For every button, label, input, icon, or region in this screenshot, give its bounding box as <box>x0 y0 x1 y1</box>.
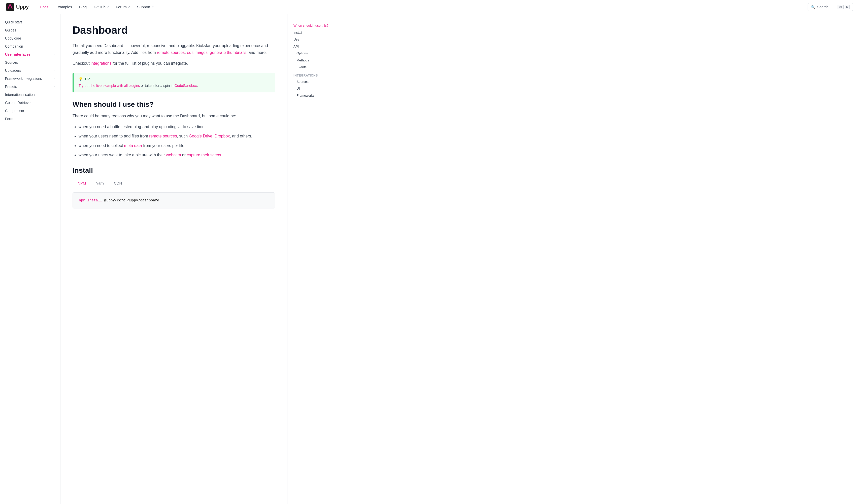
search-kbd-k: K <box>845 5 850 9</box>
when-heading: When should I use this? <box>73 101 275 108</box>
sidebar-item-internationalisation[interactable]: Internationalisation <box>0 91 60 99</box>
toc-item-methods[interactable]: Methods <box>291 57 338 64</box>
remote-sources-link[interactable]: remote sources <box>157 50 185 55</box>
toc-item-frameworks[interactable]: Frameworks <box>291 92 338 99</box>
sidebar-item-label: Guides <box>5 28 16 32</box>
list-item: when your users need to add files from r… <box>79 133 275 139</box>
uppy-logo-icon <box>6 3 14 11</box>
toc-item-ui[interactable]: UI <box>291 85 338 92</box>
sidebar-item-sources[interactable]: Sources › <box>0 58 60 66</box>
use-cases-list: when you need a battle tested plug-and-p… <box>73 123 275 158</box>
sidebar-item-label: User interfaces <box>5 52 30 56</box>
chevron-right-icon: › <box>54 52 55 56</box>
logo-text: Uppy <box>16 4 29 10</box>
toc-item-install[interactable]: Install <box>291 29 338 36</box>
sidebar-item-quick-start[interactable]: Quick start <box>0 18 60 26</box>
toc-item-when[interactable]: When should I use this? <box>291 22 338 29</box>
nav-docs[interactable]: Docs <box>37 3 51 11</box>
sidebar-item-presets[interactable]: Presets › <box>0 82 60 91</box>
sidebar: Quick start Guides Uppy core Companion U… <box>0 14 60 504</box>
sidebar-item-label: Uploaders <box>5 68 21 73</box>
codesandbox-link[interactable]: CodeSandbox <box>175 83 197 88</box>
toc-section-integrations: Integrations <box>291 71 338 78</box>
sidebar-item-user-interfaces[interactable]: User interfaces › <box>0 50 60 58</box>
toc-item-sources[interactable]: Sources <box>291 78 338 85</box>
meta-data-link[interactable]: meta data <box>124 143 142 148</box>
remote-sources-link-2[interactable]: remote sources <box>149 134 177 138</box>
search-icon: 🔍 <box>811 5 815 9</box>
capture-screen-link[interactable]: capture their screen <box>187 153 223 157</box>
code-command: npm install <box>79 198 102 202</box>
sidebar-item-label: Quick start <box>5 20 22 24</box>
search-kbd-cmd: ⌘ <box>838 5 844 9</box>
nav-github[interactable]: GitHub ↗ <box>91 3 112 11</box>
header: Uppy Docs Examples Blog GitHub ↗ Forum ↗… <box>0 0 859 14</box>
generate-thumbnails-link[interactable]: generate thumbnails <box>210 50 246 55</box>
code-block: npm install @uppy/core @uppy/dashboard <box>73 192 275 209</box>
table-of-contents: When should I use this? Install Use API … <box>287 14 343 504</box>
install-tabs: NPM Yarn CDN <box>73 179 275 188</box>
nav-blog[interactable]: Blog <box>76 3 90 11</box>
sidebar-item-uppy-core[interactable]: Uppy core <box>0 34 60 42</box>
sidebar-item-label: Form <box>5 117 13 121</box>
main-content: Dashboard The all you need Dashboard — p… <box>60 14 287 504</box>
tab-yarn[interactable]: Yarn <box>91 179 109 188</box>
nav-examples[interactable]: Examples <box>52 3 75 11</box>
logo[interactable]: Uppy <box>6 3 29 11</box>
lightbulb-icon: 💡 <box>79 77 82 81</box>
main-nav: Docs Examples Blog GitHub ↗ Forum ↗ Supp… <box>37 3 808 11</box>
sidebar-item-label: Golden Retriever <box>5 101 32 105</box>
sidebar-item-label: Internationalisation <box>5 93 35 97</box>
search-button[interactable]: 🔍 Search ⌘ K <box>808 3 853 11</box>
chevron-right-icon: › <box>54 85 55 88</box>
tip-content: Try out the live example with all plugin… <box>79 83 270 88</box>
webcam-link[interactable]: webcam <box>166 153 181 157</box>
sidebar-item-uploaders[interactable]: Uploaders › <box>0 66 60 75</box>
when-intro: There could be many reasons why you may … <box>73 112 275 119</box>
edit-images-link[interactable]: edit images <box>187 50 208 55</box>
chevron-right-icon: › <box>54 69 55 72</box>
search-label: Search <box>817 5 828 9</box>
sidebar-item-golden-retriever[interactable]: Golden Retriever <box>0 99 60 107</box>
dropbox-link[interactable]: Dropbox <box>215 134 230 138</box>
integrations-link[interactable]: integrations <box>91 61 111 65</box>
external-link-icon: ↗ <box>107 5 109 9</box>
sidebar-item-guides[interactable]: Guides <box>0 26 60 34</box>
tab-npm[interactable]: NPM <box>73 179 91 188</box>
toc-item-api[interactable]: API <box>291 43 338 50</box>
sidebar-item-label: Presets <box>5 85 17 89</box>
tip-box: 💡 TIP Try out the live example with all … <box>73 73 275 92</box>
list-item: when you need a battle tested plug-and-p… <box>79 123 275 130</box>
sidebar-item-form[interactable]: Form <box>0 115 60 123</box>
list-item: when your users want to take a picture w… <box>79 152 275 158</box>
sidebar-item-label: Companion <box>5 44 23 48</box>
nav-support[interactable]: Support ↗ <box>134 3 157 11</box>
external-link-icon: ↗ <box>128 5 130 9</box>
svg-point-1 <box>9 4 11 6</box>
tab-cdn[interactable]: CDN <box>109 179 127 188</box>
sidebar-item-label: Sources <box>5 60 18 64</box>
sidebar-item-label: Compressor <box>5 109 24 113</box>
sidebar-item-label: Framework integrations <box>5 77 42 80</box>
sidebar-item-compressor[interactable]: Compressor <box>0 107 60 115</box>
sidebar-item-label: Uppy core <box>5 36 21 40</box>
page-title: Dashboard <box>73 24 275 36</box>
checkout-paragraph: Checkout integrations for the full list … <box>73 60 275 67</box>
svg-rect-0 <box>6 3 14 11</box>
google-drive-link[interactable]: Google Drive <box>189 134 212 138</box>
toc-item-use[interactable]: Use <box>291 36 338 43</box>
search-keyboard-shortcut: ⌘ K <box>838 5 850 9</box>
sidebar-item-framework-integrations[interactable]: Framework integrations › <box>0 75 60 82</box>
live-example-link[interactable]: Try out the live example with all plugin… <box>79 83 140 88</box>
toc-item-options[interactable]: Options <box>291 50 338 57</box>
toc-item-events[interactable]: Events <box>291 64 338 71</box>
code-packages: @uppy/core @uppy/dashboard <box>104 198 159 202</box>
chevron-right-icon: › <box>54 61 55 64</box>
chevron-right-icon: › <box>54 77 55 80</box>
sidebar-item-companion[interactable]: Companion <box>0 42 60 50</box>
external-link-icon: ↗ <box>151 5 154 9</box>
nav-forum[interactable]: Forum ↗ <box>113 3 133 11</box>
install-heading: Install <box>73 166 275 174</box>
list-item: when you need to collect meta data from … <box>79 142 275 149</box>
tip-header: 💡 TIP <box>79 77 270 81</box>
